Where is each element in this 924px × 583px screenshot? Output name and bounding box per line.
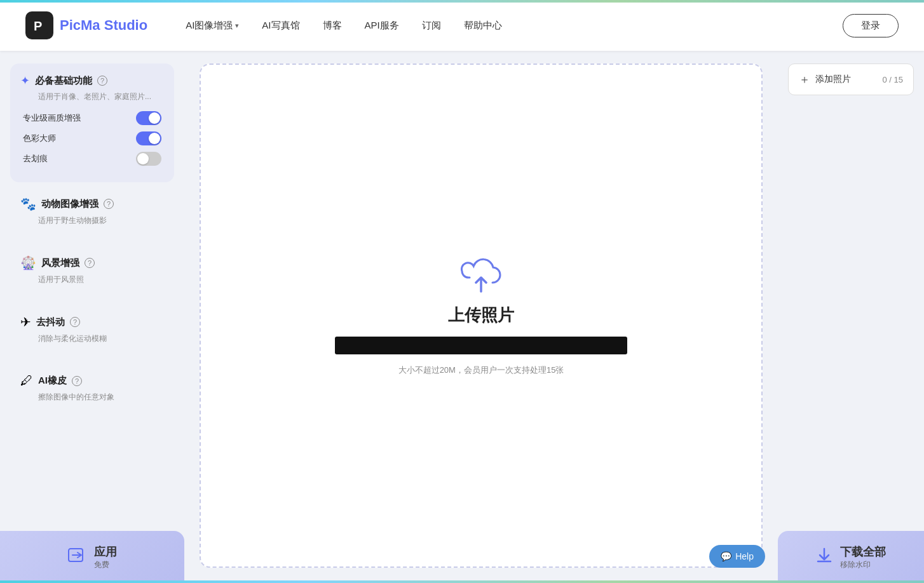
- nav-item-ai-photo[interactable]: AI写真馆: [262, 20, 299, 32]
- toggle-scratch[interactable]: [136, 152, 161, 166]
- logo-area: P PicMa Studio: [25, 11, 147, 39]
- toggle-color[interactable]: [136, 131, 161, 145]
- sidebar: ✦ 必备基础功能 ? 适用于肖像、老照片、家庭照片... 专业级画质增强 色彩大…: [0, 51, 184, 580]
- landscape-icon: 🎡: [20, 255, 36, 271]
- stabilize-icon: ✈: [20, 314, 31, 330]
- animal-icon: 🐾: [20, 196, 36, 211]
- nav-item-ai-enhance[interactable]: AI图像增强 ▾: [186, 20, 239, 32]
- add-photo-button[interactable]: ＋ 添加照片 0 / 15: [788, 64, 914, 95]
- eraser-icon: 🖊: [20, 373, 33, 388]
- right-panel: ＋ 添加照片 0 / 15: [778, 51, 924, 580]
- add-photo-left: ＋ 添加照片: [799, 72, 851, 87]
- essential-section-header: ✦ 必备基础功能 ?: [20, 74, 164, 88]
- toggle-color-row: 色彩大师: [20, 131, 164, 145]
- download-main-label: 下载全部: [840, 544, 886, 560]
- upload-subtitle-redacted: [335, 337, 627, 354]
- add-photo-label: 添加照片: [815, 74, 851, 85]
- toggle-quality-label: 专业级画质增强: [23, 112, 81, 124]
- sidebar-section-landscape[interactable]: 🎡 风景增强 ? 适用于风景照: [10, 246, 174, 303]
- center-area: 上传照片 大小不超过20M，会员用户一次支持处理15张: [184, 51, 778, 580]
- sidebar-section-essential: ✦ 必备基础功能 ? 适用于肖像、老照片、家庭照片... 专业级画质增强 色彩大…: [10, 64, 174, 182]
- download-icon: [816, 546, 832, 568]
- nav-item-api[interactable]: API服务: [365, 20, 399, 32]
- animal-section-header: 🐾 动物图像增强 ?: [20, 196, 164, 211]
- cloud-upload-icon: [458, 256, 504, 294]
- essential-help-icon[interactable]: ?: [97, 76, 107, 86]
- animal-title: 动物图像增强: [41, 198, 99, 210]
- messenger-icon: 💬: [721, 551, 731, 561]
- help-button[interactable]: 💬 Help: [709, 545, 765, 568]
- landscape-desc: 适用于风景照: [38, 274, 164, 285]
- essential-title: 必备基础功能: [35, 75, 92, 87]
- main-content: ✦ 必备基础功能 ? 适用于肖像、老照片、家庭照片... 专业级画质增强 色彩大…: [0, 51, 924, 580]
- toggle-quality[interactable]: [136, 111, 161, 125]
- eraser-desc: 擦除图像中的任意对象: [38, 392, 164, 403]
- logo-icon: P: [25, 11, 53, 39]
- nav-item-help[interactable]: 帮助中心: [464, 20, 502, 32]
- toggle-scratch-label: 去划痕: [23, 153, 48, 164]
- login-button[interactable]: 登录: [843, 14, 899, 37]
- apply-bar[interactable]: 应用 免费: [0, 531, 184, 583]
- help-label: Help: [735, 551, 754, 561]
- header: P PicMa Studio AI图像增强 ▾ AI写真馆 博客 API服务 订…: [0, 0, 924, 51]
- upload-zone[interactable]: 上传照片 大小不超过20M，会员用户一次支持处理15张: [200, 64, 763, 568]
- nav-item-blog[interactable]: 博客: [323, 20, 342, 32]
- apply-main-label: 应用: [94, 544, 117, 560]
- chevron-down-icon: ▾: [235, 22, 239, 30]
- landscape-help-icon[interactable]: ?: [85, 258, 95, 268]
- download-sub-label: 移除水印: [840, 560, 871, 570]
- plus-icon: ＋: [799, 72, 810, 87]
- sidebar-section-stabilize[interactable]: ✈ 去抖动 ? 消除与柔化运动模糊: [10, 305, 174, 362]
- stabilize-section-header: ✈ 去抖动 ?: [20, 314, 164, 330]
- toggle-quality-row: 专业级画质增强: [20, 111, 164, 125]
- main-nav: AI图像增强 ▾ AI写真馆 博客 API服务 订阅 帮助中心: [186, 20, 843, 32]
- stabilize-title: 去抖动: [36, 316, 65, 328]
- landscape-title: 风景增强: [41, 257, 79, 269]
- sidebar-section-eraser[interactable]: 🖊 AI橡皮 ? 擦除图像中的任意对象: [10, 365, 174, 420]
- download-text: 下载全部 移除水印: [840, 544, 886, 570]
- upload-title: 上传照片: [448, 304, 514, 326]
- upload-hint: 大小不超过20M，会员用户一次支持处理15张: [398, 365, 564, 376]
- toggle-color-label: 色彩大师: [23, 133, 56, 144]
- animal-help-icon[interactable]: ?: [104, 199, 114, 209]
- eraser-section-header: 🖊 AI橡皮 ?: [20, 373, 164, 388]
- download-bar[interactable]: 下载全部 移除水印: [778, 531, 924, 583]
- apply-icon: [67, 546, 86, 568]
- apply-text: 应用 免费: [94, 544, 117, 570]
- stabilize-desc: 消除与柔化运动模糊: [38, 333, 164, 344]
- landscape-section-header: 🎡 风景增强 ?: [20, 255, 164, 271]
- svg-text:P: P: [34, 19, 42, 33]
- nav-item-subscribe[interactable]: 订阅: [422, 20, 441, 32]
- stabilize-help-icon[interactable]: ?: [70, 317, 80, 327]
- eraser-help-icon[interactable]: ?: [72, 376, 82, 386]
- star-icon: ✦: [20, 74, 30, 88]
- logo-text: PicMa Studio: [60, 17, 147, 34]
- animal-desc: 适用于野生动物摄影: [38, 215, 164, 226]
- essential-desc: 适用于肖像、老照片、家庭照片...: [38, 91, 164, 102]
- sidebar-section-animal[interactable]: 🐾 动物图像增强 ? 适用于野生动物摄影: [10, 187, 174, 244]
- apply-sub-label: 免费: [94, 560, 109, 570]
- toggle-scratch-row: 去划痕: [20, 152, 164, 166]
- photo-count: 0 / 15: [882, 75, 903, 84]
- eraser-title: AI橡皮: [38, 375, 67, 387]
